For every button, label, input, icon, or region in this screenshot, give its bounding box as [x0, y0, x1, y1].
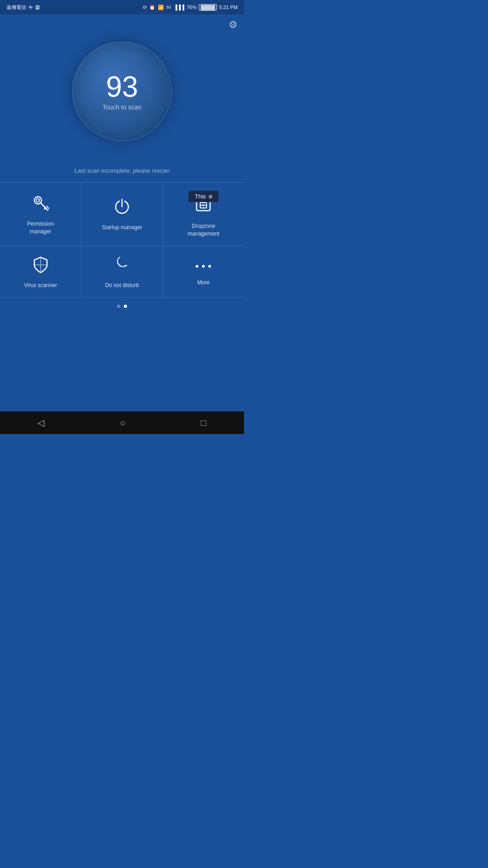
status-right: ⟳ ⏰ 📶 3G ▐▐▐ 76% ▓▓▓▓ 5:21 PM	[143, 4, 238, 10]
time-label: 5:21 PM	[219, 5, 238, 10]
permission-manager-label: Permissionmanager	[27, 220, 54, 236]
eye-icon: 👁	[28, 5, 33, 10]
shield-icon	[32, 255, 50, 277]
page-dot-1[interactable]	[117, 305, 120, 308]
gauge-container[interactable]: 93 Touch to scan	[54, 24, 190, 159]
svg-point-85	[202, 265, 205, 268]
svg-point-84	[196, 265, 198, 268]
photo-icon: 🖼	[35, 5, 40, 10]
grid-row-2: Virus scanner Do not disturb	[0, 246, 244, 298]
home-icon: ○	[120, 418, 125, 428]
settings-icon: ⚙	[229, 19, 238, 30]
moon-icon	[113, 255, 131, 277]
dropzone-management-cell[interactable]: This Dropzonemanagement	[163, 183, 244, 246]
virus-scanner-cell[interactable]: Virus scanner	[0, 246, 81, 297]
scan-status-text: Last scan incomplete, please rescan	[75, 167, 169, 174]
bottom-nav: ◁ ○ □	[0, 411, 244, 434]
home-button[interactable]: ○	[120, 418, 125, 428]
page-indicator	[117, 305, 127, 308]
key-icon	[32, 194, 50, 216]
back-button[interactable]: ◁	[38, 417, 44, 428]
status-left: 遠傳電信 👁 🖼	[6, 4, 40, 11]
page-dot-2[interactable]	[124, 305, 127, 308]
do-not-disturb-label: Do not disturb	[105, 282, 139, 289]
grid-row-1: Permissionmanager Startup manager This	[0, 183, 244, 246]
settings-button[interactable]: ⚙	[229, 19, 238, 31]
feature-grid: Permissionmanager Startup manager This	[0, 182, 244, 297]
svg-point-86	[208, 265, 211, 268]
alarm-icon: ⏰	[149, 5, 155, 10]
touch-to-scan-label: Touch to scan	[103, 104, 141, 111]
more-cell[interactable]: More	[163, 246, 244, 297]
carrier-label: 遠傳電信	[6, 4, 26, 11]
startup-manager-label: Startup manager	[102, 224, 142, 231]
recents-icon: □	[201, 418, 206, 428]
battery-label: 76%	[187, 5, 197, 10]
tooltip-text: This	[195, 193, 206, 200]
power-icon	[113, 198, 131, 219]
main-content: ⚙ 93 Touch to scan Last scan incomplete,…	[0, 14, 244, 312]
wifi-icon: 📶	[158, 5, 164, 10]
tooltip-badge: This	[188, 191, 219, 202]
recents-button[interactable]: □	[201, 418, 206, 428]
permission-manager-cell[interactable]: Permissionmanager	[0, 183, 81, 246]
back-icon: ◁	[38, 418, 44, 428]
more-label: More	[197, 279, 210, 287]
svg-point-73	[36, 199, 39, 202]
svg-point-81	[202, 204, 204, 206]
scan-button[interactable]: 93 Touch to scan	[72, 42, 172, 141]
network-label: 3G	[166, 5, 172, 9]
dropzone-management-label: Dropzonemanagement	[188, 222, 219, 238]
more-dots-icon	[194, 258, 212, 274]
rotate-icon: ⟳	[143, 5, 147, 10]
score-value: 93	[106, 72, 138, 101]
status-bar: 遠傳電信 👁 🖼 ⟳ ⏰ 📶 3G ▐▐▐ 76% ▓▓▓▓ 5:21 PM	[0, 0, 244, 14]
startup-manager-cell[interactable]: Startup manager	[81, 183, 163, 246]
battery-icon: ▓▓▓▓	[199, 4, 217, 10]
signal-icon: ▐▐▐	[174, 5, 184, 10]
virus-scanner-label: Virus scanner	[24, 282, 57, 289]
svg-line-76	[47, 206, 49, 208]
do-not-disturb-cell[interactable]: Do not disturb	[81, 246, 163, 297]
